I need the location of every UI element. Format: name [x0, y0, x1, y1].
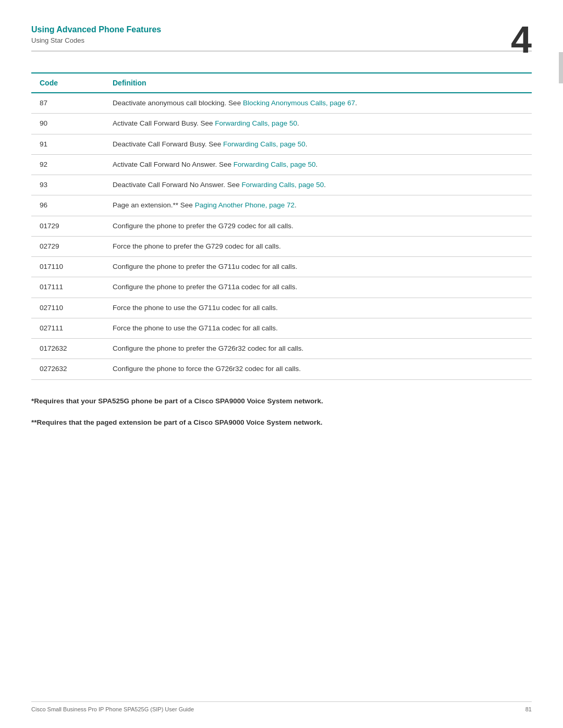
cell-definition: Configure the phone to prefer the G711a … [104, 277, 532, 298]
cell-definition: Force the phone to prefer the G729 codec… [104, 236, 532, 256]
cell-code: 90 [31, 114, 104, 134]
definition-link[interactable]: Forwarding Calls, page 50 [215, 119, 297, 127]
cell-code: 87 [31, 93, 104, 114]
cell-code: 96 [31, 195, 104, 216]
definition-link[interactable]: Forwarding Calls, page 50 [234, 161, 316, 168]
cell-definition: Deactivate anonymous call blocking. See … [104, 93, 532, 114]
table-row: 02729Force the phone to prefer the G729 … [31, 236, 532, 256]
definition-link[interactable]: Paging Another Phone, page 72 [195, 201, 295, 209]
cell-code: 027110 [31, 298, 104, 318]
definition-link[interactable]: Forwarding Calls, page 50 [223, 140, 305, 148]
page-container: 4 Using Advanced Phone Features Using St… [0, 0, 563, 728]
page-header: 4 Using Advanced Phone Features Using St… [0, 0, 563, 44]
cell-definition: Deactivate Call Forward No Answer. See F… [104, 175, 532, 195]
star-codes-table: Code Definition 87Deactivate anonymous c… [31, 72, 532, 380]
cell-code: 0272632 [31, 359, 104, 379]
table-row: 0272632Configure the phone to force the … [31, 359, 532, 379]
table-row: 93Deactivate Call Forward No Answer. See… [31, 175, 532, 195]
page-footer: Cisco Small Business Pro IP Phone SPA525… [31, 701, 532, 712]
cell-definition: Force the phone to use the G711a codec f… [104, 318, 532, 338]
cell-definition: Configure the phone to prefer the G726r3… [104, 339, 532, 359]
table-row: 87Deactivate anonymous call blocking. Se… [31, 93, 532, 114]
table-header-row: Code Definition [31, 73, 532, 93]
cell-code: 0172632 [31, 339, 104, 359]
cell-code: 92 [31, 154, 104, 175]
cell-code: 017110 [31, 257, 104, 277]
table-row: 017111Configure the phone to prefer the … [31, 277, 532, 298]
column-header-definition: Definition [104, 73, 532, 93]
table-row: 0172632Configure the phone to prefer the… [31, 339, 532, 359]
chapter-number: 4 [511, 21, 532, 58]
table-row: 01729Configure the phone to prefer the G… [31, 216, 532, 236]
cell-definition: Activate Call Forward No Answer. See For… [104, 154, 532, 175]
cell-code: 027111 [31, 318, 104, 338]
cell-code: 017111 [31, 277, 104, 298]
cell-code: 93 [31, 175, 104, 195]
cell-definition: Configure the phone to prefer the G729 c… [104, 216, 532, 236]
table-row: 027110Force the phone to use the G711u c… [31, 298, 532, 318]
definition-link[interactable]: Blocking Anonymous Calls, page 67 [243, 99, 355, 107]
cell-definition: Activate Call Forward Busy. See Forwardi… [104, 114, 532, 134]
cell-definition: Deactivate Call Forward Busy. See Forwar… [104, 134, 532, 154]
footnotes-section: *Requires that your SPA525G phone be par… [0, 396, 563, 428]
footer-page-number: 81 [525, 706, 532, 712]
cell-definition: Configure the phone to force the G726r32… [104, 359, 532, 379]
cell-definition: Configure the phone to prefer the G711u … [104, 257, 532, 277]
footnote-2: **Requires that the paged extension be p… [31, 417, 532, 428]
table-row: 91Deactivate Call Forward Busy. See Forw… [31, 134, 532, 154]
cell-definition: Force the phone to use the G711u codec f… [104, 298, 532, 318]
chapter-subtitle: Using Star Codes [31, 36, 532, 44]
footnote-1: *Requires that your SPA525G phone be par… [31, 396, 532, 407]
cell-definition: Page an extension.** See Paging Another … [104, 195, 532, 216]
column-header-code: Code [31, 73, 104, 93]
footer-title: Cisco Small Business Pro IP Phone SPA525… [31, 706, 194, 712]
table-row: 90Activate Call Forward Busy. See Forwar… [31, 114, 532, 134]
chapter-title: Using Advanced Phone Features [31, 25, 532, 34]
table-row: 017110Configure the phone to prefer the … [31, 257, 532, 277]
cell-code: 91 [31, 134, 104, 154]
cell-code: 01729 [31, 216, 104, 236]
chapter-tab [559, 52, 563, 83]
table-row: 96Page an extension.** See Paging Anothe… [31, 195, 532, 216]
definition-link[interactable]: Forwarding Calls, page 50 [242, 181, 324, 189]
table-row: 92Activate Call Forward No Answer. See F… [31, 154, 532, 175]
cell-code: 02729 [31, 236, 104, 256]
table-row: 027111Force the phone to use the G711a c… [31, 318, 532, 338]
main-content: Code Definition 87Deactivate anonymous c… [0, 52, 563, 380]
